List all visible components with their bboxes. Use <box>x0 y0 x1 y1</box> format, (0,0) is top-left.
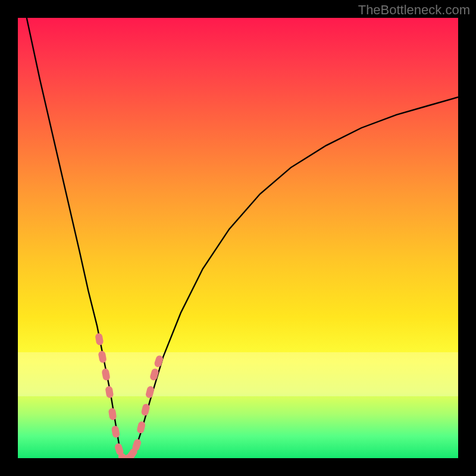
marker-point <box>149 368 159 381</box>
bottleneck-curve <box>27 18 458 458</box>
curve-layer <box>18 18 458 458</box>
chart-frame: TheBottleneck.com <box>0 0 476 476</box>
marker-point <box>95 333 104 346</box>
marker-point <box>105 386 114 399</box>
marker-point <box>154 355 164 368</box>
marker-point <box>108 408 117 421</box>
marker-point <box>111 425 120 439</box>
plot-area <box>18 18 458 458</box>
marker-point <box>101 368 111 381</box>
marker-point <box>136 421 146 434</box>
markers-group <box>95 333 164 458</box>
attribution-text: TheBottleneck.com <box>358 2 470 18</box>
marker-point <box>98 350 107 364</box>
